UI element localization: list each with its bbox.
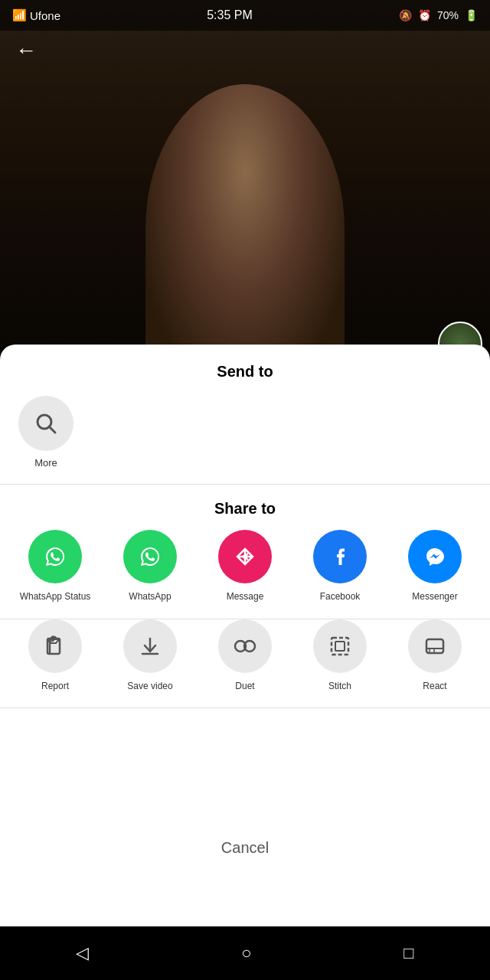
share-facebook[interactable]: Facebook <box>302 530 378 603</box>
share-duet[interactable]: Duet <box>207 619 283 693</box>
clock: 5:35 PM <box>207 8 253 22</box>
cancel-button[interactable]: Cancel <box>221 839 269 857</box>
facebook-icon <box>313 530 367 583</box>
share-message[interactable]: Message <box>207 530 283 603</box>
message-label: Message <box>227 591 264 603</box>
react-icon <box>408 619 462 673</box>
back-button[interactable]: ← <box>15 38 37 63</box>
bottom-sheet: Send to More Share to Whats <box>0 345 490 980</box>
recent-row: More <box>0 388 490 484</box>
search-icon <box>32 410 60 437</box>
mute-icon: 🔕 <box>399 9 412 21</box>
message-icon <box>218 530 272 583</box>
battery-icon: 🔋 <box>465 9 478 21</box>
whatsapp-status-icon <box>28 530 82 583</box>
share-react[interactable]: React <box>397 619 473 693</box>
share-whatsapp[interactable]: WhatsApp <box>112 530 188 603</box>
more-icon-circle <box>18 396 74 451</box>
svg-line-1 <box>49 426 55 433</box>
stitch-label: Stitch <box>328 681 351 693</box>
whatsapp-status-label: WhatsApp Status <box>20 591 91 603</box>
carrier-name: Ufone <box>30 9 60 22</box>
alarm-icon: ⏰ <box>418 9 431 21</box>
svg-rect-18 <box>335 642 345 651</box>
messenger-label: Messenger <box>412 591 457 603</box>
navigation-bar: ◁ ○ □ <box>0 926 490 980</box>
duet-label: Duet <box>235 681 254 693</box>
nav-home-button[interactable]: ○ <box>241 943 251 963</box>
duet-icon <box>218 619 272 673</box>
share-whatsapp-status[interactable]: WhatsApp Status <box>17 530 93 603</box>
svg-point-2 <box>40 541 70 572</box>
share-report[interactable]: Report <box>17 619 93 693</box>
share-row-1: WhatsApp Status WhatsApp <box>0 530 490 619</box>
save-video-label: Save video <box>127 681 172 693</box>
more-item[interactable]: More <box>15 396 77 469</box>
nav-back-button[interactable]: ◁ <box>76 943 89 963</box>
share-to-title: Share to <box>0 485 490 530</box>
messenger-icon <box>408 530 462 583</box>
svg-point-10 <box>420 541 450 572</box>
more-label: More <box>34 457 57 469</box>
share-row-2: Report Save video Duet <box>0 619 490 701</box>
report-label: Report <box>41 681 69 693</box>
system-icons: 🔕 ⏰ 70% 🔋 <box>399 9 478 21</box>
share-messenger[interactable]: Messenger <box>397 530 473 603</box>
signal-icon: 📶 <box>12 8 27 22</box>
nav-recent-button[interactable]: □ <box>403 943 413 963</box>
share-stitch[interactable]: Stitch <box>302 619 378 693</box>
battery-level: 70% <box>437 9 459 21</box>
save-video-icon <box>123 619 177 673</box>
send-to-title: Send to <box>0 345 490 388</box>
stitch-icon <box>313 619 367 673</box>
svg-rect-17 <box>332 638 348 655</box>
carrier-info: 📶 Ufone <box>12 8 60 22</box>
divider-3 <box>0 707 490 708</box>
whatsapp-icon <box>123 530 177 583</box>
share-save-video[interactable]: Save video <box>112 619 188 693</box>
whatsapp-label: WhatsApp <box>129 591 171 603</box>
video-background <box>0 0 490 375</box>
report-icon <box>28 619 82 673</box>
svg-point-3 <box>135 541 165 572</box>
facebook-label: Facebook <box>320 591 361 603</box>
react-label: React <box>423 681 446 693</box>
status-bar: 📶 Ufone 5:35 PM 🔕 ⏰ 70% 🔋 <box>0 0 490 31</box>
